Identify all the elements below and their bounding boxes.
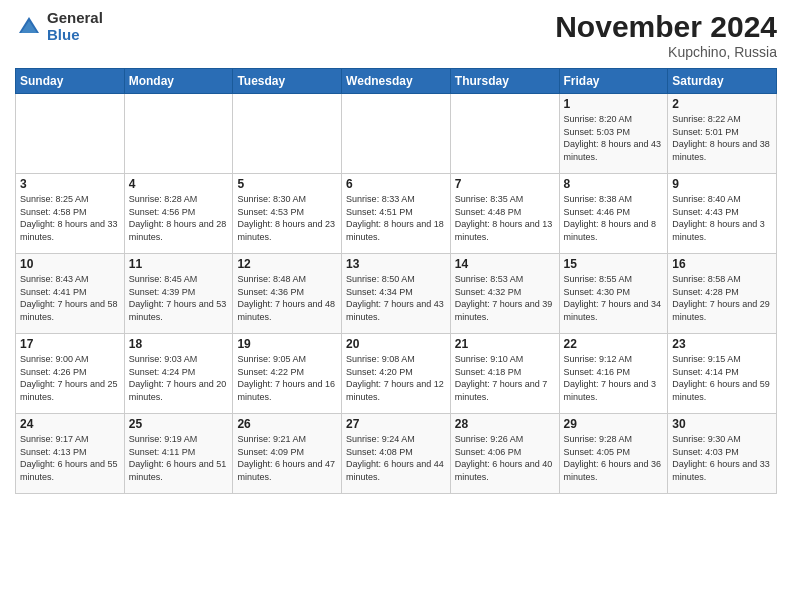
header-friday: Friday <box>559 69 668 94</box>
day-number: 30 <box>672 417 772 431</box>
day-info: Sunrise: 9:05 AM Sunset: 4:22 PM Dayligh… <box>237 353 337 403</box>
week-row-2: 10Sunrise: 8:43 AM Sunset: 4:41 PM Dayli… <box>16 254 777 334</box>
day-number: 10 <box>20 257 120 271</box>
day-info: Sunrise: 9:08 AM Sunset: 4:20 PM Dayligh… <box>346 353 446 403</box>
day-number: 7 <box>455 177 555 191</box>
header-thursday: Thursday <box>450 69 559 94</box>
header-wednesday: Wednesday <box>342 69 451 94</box>
day-number: 11 <box>129 257 229 271</box>
cell-4-0: 24Sunrise: 9:17 AM Sunset: 4:13 PM Dayli… <box>16 414 125 494</box>
day-info: Sunrise: 9:15 AM Sunset: 4:14 PM Dayligh… <box>672 353 772 403</box>
day-info: Sunrise: 8:38 AM Sunset: 4:46 PM Dayligh… <box>564 193 664 243</box>
cell-2-3: 13Sunrise: 8:50 AM Sunset: 4:34 PM Dayli… <box>342 254 451 334</box>
day-number: 21 <box>455 337 555 351</box>
day-info: Sunrise: 9:17 AM Sunset: 4:13 PM Dayligh… <box>20 433 120 483</box>
day-number: 26 <box>237 417 337 431</box>
day-info: Sunrise: 9:03 AM Sunset: 4:24 PM Dayligh… <box>129 353 229 403</box>
cell-1-2: 5Sunrise: 8:30 AM Sunset: 4:53 PM Daylig… <box>233 174 342 254</box>
cell-0-1 <box>124 94 233 174</box>
day-number: 25 <box>129 417 229 431</box>
title-block: November 2024 Kupchino, Russia <box>555 10 777 60</box>
day-info: Sunrise: 8:20 AM Sunset: 5:03 PM Dayligh… <box>564 113 664 163</box>
header-tuesday: Tuesday <box>233 69 342 94</box>
day-info: Sunrise: 8:35 AM Sunset: 4:48 PM Dayligh… <box>455 193 555 243</box>
day-info: Sunrise: 8:22 AM Sunset: 5:01 PM Dayligh… <box>672 113 772 163</box>
cell-3-5: 22Sunrise: 9:12 AM Sunset: 4:16 PM Dayli… <box>559 334 668 414</box>
cell-4-5: 29Sunrise: 9:28 AM Sunset: 4:05 PM Dayli… <box>559 414 668 494</box>
day-info: Sunrise: 8:40 AM Sunset: 4:43 PM Dayligh… <box>672 193 772 243</box>
day-number: 18 <box>129 337 229 351</box>
cell-2-5: 15Sunrise: 8:55 AM Sunset: 4:30 PM Dayli… <box>559 254 668 334</box>
logo-blue: Blue <box>47 27 103 44</box>
cell-4-6: 30Sunrise: 9:30 AM Sunset: 4:03 PM Dayli… <box>668 414 777 494</box>
logo-icon <box>15 13 43 41</box>
day-info: Sunrise: 9:00 AM Sunset: 4:26 PM Dayligh… <box>20 353 120 403</box>
cell-3-4: 21Sunrise: 9:10 AM Sunset: 4:18 PM Dayli… <box>450 334 559 414</box>
day-number: 8 <box>564 177 664 191</box>
cell-2-6: 16Sunrise: 8:58 AM Sunset: 4:28 PM Dayli… <box>668 254 777 334</box>
day-number: 16 <box>672 257 772 271</box>
day-number: 4 <box>129 177 229 191</box>
cell-1-3: 6Sunrise: 8:33 AM Sunset: 4:51 PM Daylig… <box>342 174 451 254</box>
day-info: Sunrise: 8:45 AM Sunset: 4:39 PM Dayligh… <box>129 273 229 323</box>
cell-3-6: 23Sunrise: 9:15 AM Sunset: 4:14 PM Dayli… <box>668 334 777 414</box>
cell-2-2: 12Sunrise: 8:48 AM Sunset: 4:36 PM Dayli… <box>233 254 342 334</box>
location: Kupchino, Russia <box>555 44 777 60</box>
day-number: 27 <box>346 417 446 431</box>
day-info: Sunrise: 9:12 AM Sunset: 4:16 PM Dayligh… <box>564 353 664 403</box>
week-row-4: 24Sunrise: 9:17 AM Sunset: 4:13 PM Dayli… <box>16 414 777 494</box>
day-info: Sunrise: 9:21 AM Sunset: 4:09 PM Dayligh… <box>237 433 337 483</box>
cell-4-2: 26Sunrise: 9:21 AM Sunset: 4:09 PM Dayli… <box>233 414 342 494</box>
day-number: 6 <box>346 177 446 191</box>
day-number: 17 <box>20 337 120 351</box>
cell-1-1: 4Sunrise: 8:28 AM Sunset: 4:56 PM Daylig… <box>124 174 233 254</box>
logo-general: General <box>47 10 103 27</box>
day-number: 3 <box>20 177 120 191</box>
day-number: 2 <box>672 97 772 111</box>
logo: General Blue <box>15 10 103 43</box>
header-row: Sunday Monday Tuesday Wednesday Thursday… <box>16 69 777 94</box>
cell-0-3 <box>342 94 451 174</box>
cell-0-2 <box>233 94 342 174</box>
day-info: Sunrise: 8:30 AM Sunset: 4:53 PM Dayligh… <box>237 193 337 243</box>
cell-0-5: 1Sunrise: 8:20 AM Sunset: 5:03 PM Daylig… <box>559 94 668 174</box>
week-row-0: 1Sunrise: 8:20 AM Sunset: 5:03 PM Daylig… <box>16 94 777 174</box>
month-title: November 2024 <box>555 10 777 44</box>
day-info: Sunrise: 8:55 AM Sunset: 4:30 PM Dayligh… <box>564 273 664 323</box>
day-info: Sunrise: 9:28 AM Sunset: 4:05 PM Dayligh… <box>564 433 664 483</box>
day-number: 22 <box>564 337 664 351</box>
day-info: Sunrise: 9:30 AM Sunset: 4:03 PM Dayligh… <box>672 433 772 483</box>
day-number: 15 <box>564 257 664 271</box>
day-number: 12 <box>237 257 337 271</box>
day-info: Sunrise: 8:43 AM Sunset: 4:41 PM Dayligh… <box>20 273 120 323</box>
cell-4-4: 28Sunrise: 9:26 AM Sunset: 4:06 PM Dayli… <box>450 414 559 494</box>
cell-0-6: 2Sunrise: 8:22 AM Sunset: 5:01 PM Daylig… <box>668 94 777 174</box>
page-container: General Blue November 2024 Kupchino, Rus… <box>0 0 792 504</box>
day-info: Sunrise: 8:58 AM Sunset: 4:28 PM Dayligh… <box>672 273 772 323</box>
logo-text: General Blue <box>47 10 103 43</box>
day-number: 9 <box>672 177 772 191</box>
cell-3-0: 17Sunrise: 9:00 AM Sunset: 4:26 PM Dayli… <box>16 334 125 414</box>
calendar-table: Sunday Monday Tuesday Wednesday Thursday… <box>15 68 777 494</box>
day-info: Sunrise: 8:48 AM Sunset: 4:36 PM Dayligh… <box>237 273 337 323</box>
day-number: 29 <box>564 417 664 431</box>
cell-4-1: 25Sunrise: 9:19 AM Sunset: 4:11 PM Dayli… <box>124 414 233 494</box>
day-info: Sunrise: 8:53 AM Sunset: 4:32 PM Dayligh… <box>455 273 555 323</box>
day-info: Sunrise: 9:26 AM Sunset: 4:06 PM Dayligh… <box>455 433 555 483</box>
cell-3-3: 20Sunrise: 9:08 AM Sunset: 4:20 PM Dayli… <box>342 334 451 414</box>
cell-1-5: 8Sunrise: 8:38 AM Sunset: 4:46 PM Daylig… <box>559 174 668 254</box>
day-info: Sunrise: 8:33 AM Sunset: 4:51 PM Dayligh… <box>346 193 446 243</box>
day-info: Sunrise: 8:28 AM Sunset: 4:56 PM Dayligh… <box>129 193 229 243</box>
cell-2-0: 10Sunrise: 8:43 AM Sunset: 4:41 PM Dayli… <box>16 254 125 334</box>
cell-1-0: 3Sunrise: 8:25 AM Sunset: 4:58 PM Daylig… <box>16 174 125 254</box>
cell-1-4: 7Sunrise: 8:35 AM Sunset: 4:48 PM Daylig… <box>450 174 559 254</box>
cell-4-3: 27Sunrise: 9:24 AM Sunset: 4:08 PM Dayli… <box>342 414 451 494</box>
day-number: 24 <box>20 417 120 431</box>
day-info: Sunrise: 9:19 AM Sunset: 4:11 PM Dayligh… <box>129 433 229 483</box>
day-info: Sunrise: 8:25 AM Sunset: 4:58 PM Dayligh… <box>20 193 120 243</box>
day-number: 20 <box>346 337 446 351</box>
day-info: Sunrise: 9:24 AM Sunset: 4:08 PM Dayligh… <box>346 433 446 483</box>
day-number: 23 <box>672 337 772 351</box>
week-row-1: 3Sunrise: 8:25 AM Sunset: 4:58 PM Daylig… <box>16 174 777 254</box>
day-number: 14 <box>455 257 555 271</box>
